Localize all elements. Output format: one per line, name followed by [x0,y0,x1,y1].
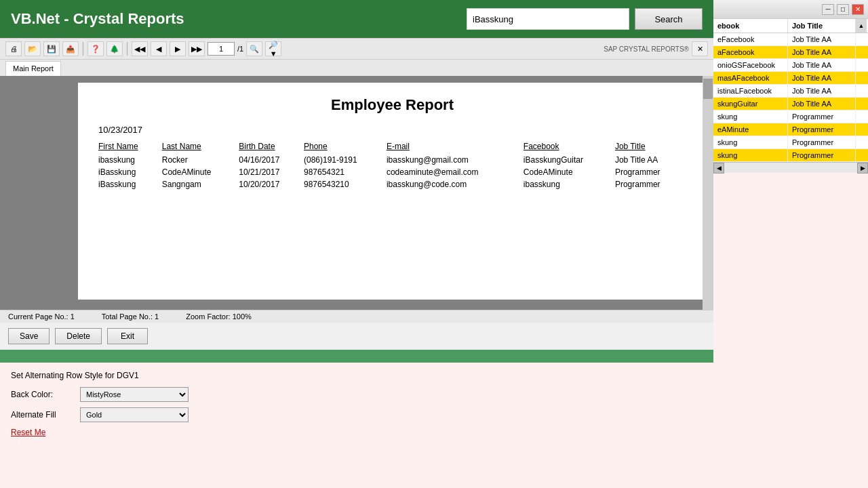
grid-row: eFacebook Job Title AA [713,33,868,46]
grid-cell-facebook: skungGuitar [713,98,788,110]
right-maximize-button[interactable]: □ [837,4,849,15]
save-toolbar-button[interactable]: 💾 [43,41,60,56]
table-cell: 9876543210 [304,178,387,190]
page-number-input[interactable]: 1 [208,42,235,56]
toolbar-close-button[interactable]: ✕ [692,41,708,56]
col-first-name: First Name [98,140,162,154]
alternate-fill-row: Alternate Fill Gold Silver Yellow Orange [11,407,703,422]
search-area: Search [467,8,703,30]
grid-cell-jobtitle: Programmer [788,136,856,148]
vertical-scrollbar[interactable] [703,76,713,310]
help-button[interactable]: ❓ [87,41,104,56]
back-color-select[interactable]: MistyRose White LightBlue LightGreen [80,387,189,402]
tab-main-report-label: Main Report [13,64,54,73]
toolbar: 🖨 📂 💾 📤 ❓ 🌲 ◀◀ ◀ ▶ ▶▶ 1 /1 🔍 🔎▼ SAP CRYS… [0,38,713,60]
grid-cell-jobtitle: Job Title AA [788,33,856,45]
status-bar: Current Page No.: 1 Total Page No.: 1 Zo… [0,310,713,323]
next-page-button[interactable]: ▶ [170,41,186,56]
table-cell: 987654321 [304,166,387,178]
grid-row: masAFacebook Job Title AA [713,72,868,85]
right-minimize-button[interactable]: ─ [822,4,834,15]
back-color-label: Back Color: [11,390,72,399]
total-page-status: Total Page No.: 1 [102,312,159,321]
app-title: VB.Net - Crystal Reports [11,10,184,28]
col-birth-date: Birth Date [239,140,304,154]
grid-horizontal-scrollbar[interactable]: ◀ ▶ [713,162,868,173]
scroll-up-btn[interactable]: ▲ [856,19,867,33]
grid-col-facebook: ebook [713,19,788,33]
search-input[interactable] [467,8,629,30]
table-row: iBasskungSangngam10/20/20179876543210iba… [98,178,686,190]
table-cell: codeaminute@email.com [387,166,524,178]
table-cell: Programmer [615,178,686,190]
settings-title: Set Alternating Row Style for DGV1 [11,371,703,380]
grid-cell-facebook: aFacebook [713,46,788,58]
table-header-row: First Name Last Name Birth Date Phone E-… [98,140,686,154]
back-color-row: Back Color: MistyRose White LightBlue Li… [11,387,703,402]
tab-main-report[interactable]: Main Report [5,61,61,76]
grid-cell-jobtitle: Programmer [788,123,856,136]
header-search-button[interactable]: Search [635,8,703,30]
delete-button[interactable]: Delete [55,328,102,344]
print-button[interactable]: 🖨 [5,41,22,56]
sap-label-area: SAP CRYSTAL REPORTS® ✕ [604,41,708,56]
table-cell: CodeAMinute [524,166,615,178]
save-button[interactable]: Save [8,328,50,344]
separator-1 [83,42,83,56]
grid-cell-facebook: istinaLFacebook [713,85,788,97]
open-button[interactable]: 📂 [24,41,41,56]
scroll-right-btn[interactable]: ▶ [857,163,868,174]
grid-col-jobtitle: Job Title [788,19,856,33]
last-page-button[interactable]: ▶▶ [189,41,205,56]
table-cell: ibasskung@code.com [387,178,524,190]
right-close-button[interactable]: ✕ [852,4,864,15]
table-cell: CodeAMinute [162,166,239,178]
search-toolbar-button[interactable]: 🔍 [246,41,262,56]
table-cell: ibasskung [524,178,615,190]
report-title: Employee Report [98,96,686,114]
group-tree-button[interactable]: 🌲 [106,41,123,56]
grid-row: aFacebook Job Title AA [713,46,868,59]
table-cell: 10/21/2017 [239,166,304,178]
right-panel: ─ □ ✕ ebook Job Title ▲ eFacebook Job Ti… [713,0,868,488]
grid-row: skung Programmer [713,110,868,123]
grid-cell-facebook: eFacebook [713,33,788,45]
grid-cell-facebook: skung [713,110,788,123]
grid-row: onioGSFacebook Job Title AA [713,59,868,72]
scroll-left-btn[interactable]: ◀ [713,163,724,174]
settings-panel: Set Alternating Row Style for DGV1 Back … [0,363,713,488]
col-facebook: Facebook [524,140,615,154]
separator-2 [127,42,127,56]
grid-cell-jobtitle: Job Title AA [788,98,856,110]
table-cell: Job Title AA [615,154,686,166]
grid-cell-jobtitle: Job Title AA [788,85,856,97]
grid-cell-facebook: skung [713,136,788,148]
grid-rows: eFacebook Job Title AA aFacebook Job Tit… [713,33,868,162]
col-email: E-mail [387,140,524,154]
grid-header: ebook Job Title ▲ [713,19,868,33]
sap-label: SAP CRYSTAL REPORTS® [604,45,689,53]
page-total: /1 [237,45,243,53]
table-cell: (086)191-9191 [304,154,387,166]
table-cell: Sangngam [162,178,239,190]
grid-cell-facebook: masAFacebook [713,72,788,84]
scrollbar-thumb[interactable] [703,79,713,99]
first-page-button[interactable]: ◀◀ [132,41,148,56]
reset-link[interactable]: Reset Me [11,428,45,437]
report-date: 10/23/2017 [98,125,686,135]
export-button[interactable]: 📤 [62,41,79,56]
alternate-fill-select[interactable]: Gold Silver Yellow Orange [80,407,189,422]
table-cell: iBasskung [98,178,162,190]
zoom-button[interactable]: 🔎▼ [265,41,281,56]
grid-cell-facebook: skung [713,149,788,161]
scroll-track[interactable] [724,163,857,173]
bottom-panel: Save Delete Exit [0,323,713,350]
col-phone: Phone [304,140,387,154]
col-job-title: Job Title [615,140,686,154]
grid-row: istinaLFacebook Job Title AA [713,85,868,98]
grid-cell-jobtitle: Job Title AA [788,59,856,71]
grid-cell-jobtitle: Programmer [788,110,856,123]
report-content-area: Employee Report 10/23/2017 First Name La… [0,76,713,310]
prev-page-button[interactable]: ◀ [151,41,167,56]
exit-button[interactable]: Exit [107,328,148,344]
